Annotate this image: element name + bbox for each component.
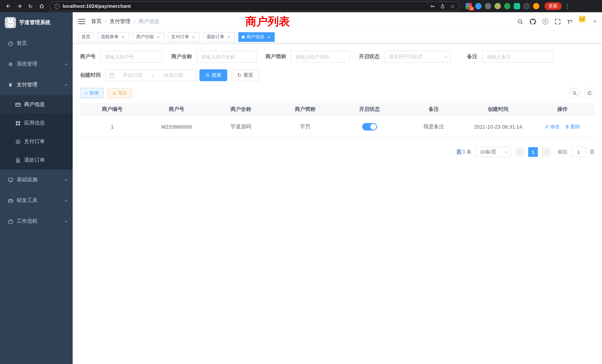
date-range-picker[interactable]: 开始日期 - 结束日期 xyxy=(105,69,196,81)
tab-user-group[interactable]: 用户分组× xyxy=(133,32,164,42)
bookmark-star-icon[interactable]: ☆ xyxy=(450,3,455,9)
browser-menu-icon[interactable]: ⋮ xyxy=(565,3,570,10)
share-icon[interactable] xyxy=(440,3,445,9)
remark-input[interactable] xyxy=(482,51,553,63)
extension-drop-icon[interactable] xyxy=(475,3,482,9)
full-name-input[interactable] xyxy=(196,51,257,63)
filter-create-time: 创建时间 开始日期 - 结束日期 xyxy=(80,69,196,81)
extension-dark-icon[interactable] xyxy=(523,3,530,9)
chrome-update-button[interactable]: 更新 xyxy=(545,2,562,10)
github-icon[interactable] xyxy=(529,18,536,25)
extension-avatar-icon[interactable] xyxy=(494,3,501,9)
extension-badge: 10 xyxy=(469,7,474,11)
merchant-no-input[interactable] xyxy=(100,51,162,63)
reset-action: ↻ 重置 xyxy=(231,69,259,81)
site-info-icon[interactable]: i xyxy=(54,3,60,9)
calendar-icon xyxy=(109,73,115,78)
close-icon[interactable]: × xyxy=(226,34,231,40)
sidebar-item-refund-orders[interactable]: 退款订单 xyxy=(0,151,73,169)
chevron-down-icon xyxy=(444,55,447,58)
header-search-icon[interactable] xyxy=(517,18,523,25)
sidebar-item-workflow[interactable]: 工作流程 xyxy=(0,211,73,232)
user-avatar[interactable] xyxy=(579,16,590,27)
filter-merchant-no: 商户号 xyxy=(80,51,162,63)
extension-colorful-icon[interactable]: 10 xyxy=(466,3,472,9)
browser-home-button[interactable] xyxy=(37,2,46,11)
app-title: 芋道管理系统 xyxy=(19,19,50,26)
active-dot xyxy=(242,35,245,38)
close-icon[interactable]: × xyxy=(266,34,271,40)
filter-status: 开启状态 请选择开启状态 xyxy=(359,51,451,63)
avatar-caret-down-icon[interactable] xyxy=(593,21,596,22)
close-icon[interactable]: × xyxy=(120,34,126,40)
page-size-select[interactable]: 10条/页 xyxy=(475,147,511,157)
breadcrumb-home[interactable]: 首页 xyxy=(91,18,102,25)
toggle-search-button[interactable] xyxy=(569,88,580,98)
document-icon xyxy=(15,157,21,163)
browser-forward-button[interactable] xyxy=(15,2,24,11)
export-button[interactable]: 导出 xyxy=(107,88,132,98)
short-name-input[interactable] xyxy=(291,51,350,63)
delete-button[interactable]: 删除 xyxy=(565,123,580,130)
extension-green-circle-icon[interactable] xyxy=(504,3,510,9)
password-key-icon[interactable] xyxy=(430,3,435,9)
fullscreen-icon[interactable] xyxy=(554,18,561,25)
tab-merchant-info[interactable]: 商户信息× xyxy=(238,32,275,42)
status-toggle[interactable] xyxy=(362,123,377,130)
browser-toolbar: ↻ i localhost:1024/pay/merchant ☆ 10 xyxy=(0,0,602,12)
refresh-icon: ↻ xyxy=(237,73,241,78)
page-1-button[interactable]: 1 xyxy=(528,147,538,157)
date-start-placeholder[interactable]: 开始日期 xyxy=(115,72,151,79)
sidebar-item-merchant-info[interactable]: 商户信息 xyxy=(0,95,73,114)
tab-process-form[interactable]: 流程表单× xyxy=(97,32,129,42)
sidebar-item-infrastructure[interactable]: 基础设施 xyxy=(0,169,73,190)
sidebar-item-payment-orders[interactable]: 支付订单 xyxy=(0,132,73,151)
extension-green-square-icon[interactable] xyxy=(514,3,520,9)
status-select[interactable]: 请选择开启状态 xyxy=(384,51,451,63)
yen-icon: ¥ xyxy=(7,82,13,88)
sidebar-item-system[interactable]: 系统管理 xyxy=(0,54,73,75)
cell-merchant-no: M233666999 xyxy=(144,116,209,138)
help-icon[interactable]: ? xyxy=(542,19,548,24)
next-page-button[interactable] xyxy=(542,147,551,157)
extension-icons: 10 xyxy=(466,3,539,9)
breadcrumb-payment[interactable]: 支付管理 xyxy=(110,18,130,25)
filter-remark: 备注 xyxy=(467,51,553,63)
edit-pencil-icon xyxy=(545,124,549,129)
sidebar-toggle-button[interactable] xyxy=(78,19,85,24)
chevron-down-icon xyxy=(65,62,68,65)
extension-gray-icon[interactable] xyxy=(485,3,491,9)
browser-reload-button[interactable]: ↻ xyxy=(26,2,35,11)
app-logo: 芋道管理系统 xyxy=(0,12,73,33)
sidebar-item-payment[interactable]: ¥ 支付管理 xyxy=(0,75,73,95)
filter-short-name: 商户简称 xyxy=(265,51,350,63)
edit-button[interactable]: 修改 xyxy=(545,123,560,130)
sidebar-item-app-info[interactable]: 应用信息 xyxy=(0,114,73,132)
close-icon[interactable]: × xyxy=(191,34,196,40)
search-action: 搜索 xyxy=(199,69,227,81)
browser-back-button[interactable] xyxy=(4,2,13,11)
search-button[interactable]: 搜索 xyxy=(199,69,227,81)
extension-orange-face-icon[interactable] xyxy=(533,3,539,9)
close-icon[interactable]: × xyxy=(156,34,161,40)
tab-refund-orders[interactable]: 退款订单× xyxy=(203,32,235,42)
pagination: 共 1 条 10条/页 1 前往 页 xyxy=(80,147,595,157)
font-size-icon[interactable]: TT xyxy=(567,19,573,24)
tab-payment-orders[interactable]: 支付订单× xyxy=(168,32,199,42)
refresh-table-button[interactable] xyxy=(584,88,595,98)
address-bar[interactable]: i localhost:1024/pay/merchant ☆ xyxy=(50,1,460,11)
chevron-down-icon xyxy=(65,199,68,202)
tab-home[interactable]: 首页 xyxy=(78,32,94,42)
sidebar-item-dev-tools[interactable]: 研发工具 xyxy=(0,190,73,211)
prev-page-button[interactable] xyxy=(515,147,525,157)
chevron-down-icon xyxy=(65,219,68,222)
date-end-placeholder[interactable]: 结束日期 xyxy=(155,72,192,79)
goto-page-input[interactable] xyxy=(571,147,586,157)
plus-icon: + xyxy=(85,91,88,96)
grid-icon xyxy=(15,120,21,126)
add-button[interactable]: + 新增 xyxy=(80,88,103,98)
sidebar-item-home[interactable]: 首页 xyxy=(0,33,73,54)
reset-button[interactable]: ↻ 重置 xyxy=(231,69,259,81)
table-header-row: 商户编号 商户号 商户全称 商户简称 开启状态 备注 创建时间 操作 xyxy=(80,103,595,116)
cell-merchant-id: 1 xyxy=(80,116,144,138)
